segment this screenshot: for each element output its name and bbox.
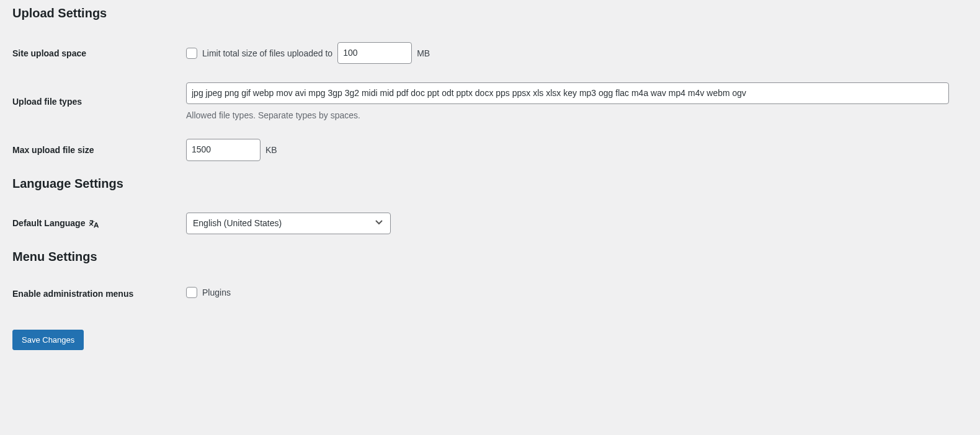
save-changes-button[interactable]: Save Changes <box>12 330 84 350</box>
upload-file-types-input[interactable] <box>186 82 949 104</box>
max-upload-file-size-label: Max upload file size <box>12 130 186 170</box>
max-upload-file-size-unit: KB <box>265 145 277 155</box>
language-settings-table: Default Language English (United States) <box>12 203 968 244</box>
upload-file-types-description: Allowed file types. Separate types by sp… <box>186 110 961 120</box>
upload-settings-heading: Upload Settings <box>12 6 968 20</box>
plugins-checkbox[interactable] <box>186 287 197 298</box>
upload-space-input[interactable] <box>337 42 412 64</box>
plugins-checkbox-label[interactable]: Plugins <box>186 287 231 298</box>
site-upload-space-label: Site upload space <box>12 33 186 73</box>
upload-space-unit: MB <box>417 48 430 58</box>
plugins-checkbox-text: Plugins <box>202 288 231 297</box>
translate-icon <box>89 218 100 229</box>
upload-file-types-label: Upload file types <box>12 73 186 130</box>
enable-admin-menus-label: Enable administration menus <box>12 276 186 311</box>
menu-settings-heading: Menu Settings <box>12 250 968 264</box>
default-language-select[interactable]: English (United States) <box>186 213 391 234</box>
limit-upload-checkbox[interactable] <box>186 48 197 59</box>
language-settings-heading: Language Settings <box>12 177 968 191</box>
max-upload-file-size-input[interactable] <box>186 139 261 160</box>
limit-upload-checkbox-text: Limit total size of files uploaded to <box>202 48 332 58</box>
limit-upload-checkbox-label[interactable]: Limit total size of files uploaded to <box>186 48 332 59</box>
menu-settings-table: Enable administration menus Plugins <box>12 276 968 311</box>
default-language-label: Default Language <box>12 218 85 228</box>
upload-settings-table: Site upload space Limit total size of fi… <box>12 33 968 170</box>
